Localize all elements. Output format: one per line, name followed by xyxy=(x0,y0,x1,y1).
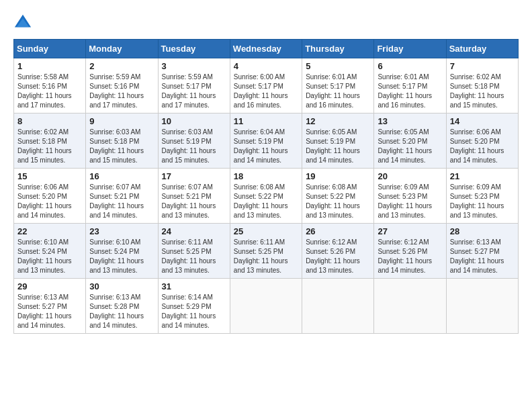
day-number: 29 xyxy=(17,281,82,291)
calendar-day-cell xyxy=(446,279,518,334)
day-number: 22 xyxy=(17,226,82,236)
calendar-day-cell: 28Sunrise: 6:13 AMSunset: 5:27 PMDayligh… xyxy=(446,224,518,279)
day-info: Sunrise: 6:13 AMSunset: 5:28 PMDaylight:… xyxy=(89,293,154,330)
calendar-day-cell: 27Sunrise: 6:12 AMSunset: 5:26 PMDayligh… xyxy=(374,224,446,279)
calendar-day-cell: 14Sunrise: 6:06 AMSunset: 5:20 PMDayligh… xyxy=(446,113,518,169)
day-info: Sunrise: 6:03 AMSunset: 5:19 PMDaylight:… xyxy=(162,128,226,165)
calendar-day-cell: 12Sunrise: 6:05 AMSunset: 5:19 PMDayligh… xyxy=(302,113,374,169)
day-info: Sunrise: 6:03 AMSunset: 5:18 PMDaylight:… xyxy=(89,128,154,165)
calendar-day-cell: 21Sunrise: 6:09 AMSunset: 5:23 PMDayligh… xyxy=(446,169,518,224)
day-number: 18 xyxy=(234,171,298,181)
day-number: 4 xyxy=(234,61,298,71)
day-info: Sunrise: 6:02 AMSunset: 5:18 PMDaylight:… xyxy=(17,128,82,165)
day-info: Sunrise: 6:06 AMSunset: 5:20 PMDaylight:… xyxy=(17,183,82,220)
day-info: Sunrise: 6:10 AMSunset: 5:24 PMDaylight:… xyxy=(17,238,82,275)
calendar-day-cell: 20Sunrise: 6:09 AMSunset: 5:23 PMDayligh… xyxy=(374,169,446,224)
calendar-day-cell: 13Sunrise: 6:05 AMSunset: 5:20 PMDayligh… xyxy=(374,113,446,169)
day-info: Sunrise: 6:01 AMSunset: 5:17 PMDaylight:… xyxy=(306,73,370,110)
day-of-week-header: Monday xyxy=(86,40,158,58)
day-info: Sunrise: 5:58 AMSunset: 5:16 PMDaylight:… xyxy=(17,73,82,110)
day-number: 17 xyxy=(162,171,226,181)
day-number: 3 xyxy=(162,61,226,71)
calendar-week-row: 29Sunrise: 6:13 AMSunset: 5:27 PMDayligh… xyxy=(14,279,519,334)
day-number: 2 xyxy=(89,61,154,71)
day-info: Sunrise: 6:07 AMSunset: 5:21 PMDaylight:… xyxy=(162,183,226,220)
day-number: 20 xyxy=(378,171,442,181)
day-info: Sunrise: 6:04 AMSunset: 5:19 PMDaylight:… xyxy=(234,128,298,165)
calendar-day-cell xyxy=(230,279,302,334)
day-number: 5 xyxy=(306,61,370,71)
day-info: Sunrise: 6:13 AMSunset: 5:27 PMDaylight:… xyxy=(450,238,515,275)
day-info: Sunrise: 6:05 AMSunset: 5:19 PMDaylight:… xyxy=(306,128,370,165)
logo-icon xyxy=(13,13,32,32)
day-info: Sunrise: 6:09 AMSunset: 5:23 PMDaylight:… xyxy=(450,183,515,220)
calendar-week-row: 8Sunrise: 6:02 AMSunset: 5:18 PMDaylight… xyxy=(14,113,519,169)
day-info: Sunrise: 6:11 AMSunset: 5:25 PMDaylight:… xyxy=(162,238,226,275)
day-number: 7 xyxy=(450,61,515,71)
calendar-day-cell: 2Sunrise: 5:59 AMSunset: 5:16 PMDaylight… xyxy=(86,58,158,113)
day-number: 12 xyxy=(306,116,370,126)
day-number: 28 xyxy=(450,226,515,236)
day-info: Sunrise: 6:14 AMSunset: 5:29 PMDaylight:… xyxy=(162,293,226,330)
calendar-day-cell: 17Sunrise: 6:07 AMSunset: 5:21 PMDayligh… xyxy=(158,169,230,224)
calendar-day-cell: 25Sunrise: 6:11 AMSunset: 5:25 PMDayligh… xyxy=(230,224,302,279)
day-number: 14 xyxy=(450,116,515,126)
page-header xyxy=(13,13,519,32)
day-info: Sunrise: 6:07 AMSunset: 5:21 PMDaylight:… xyxy=(89,183,154,220)
calendar-day-cell: 31Sunrise: 6:14 AMSunset: 5:29 PMDayligh… xyxy=(158,279,230,334)
calendar-day-cell xyxy=(374,279,446,334)
day-info: Sunrise: 6:05 AMSunset: 5:20 PMDaylight:… xyxy=(378,128,442,165)
day-info: Sunrise: 6:11 AMSunset: 5:25 PMDaylight:… xyxy=(234,238,298,275)
calendar-day-cell: 10Sunrise: 6:03 AMSunset: 5:19 PMDayligh… xyxy=(158,113,230,169)
day-info: Sunrise: 6:02 AMSunset: 5:18 PMDaylight:… xyxy=(450,73,515,110)
day-number: 9 xyxy=(89,116,154,126)
day-number: 6 xyxy=(378,61,442,71)
day-info: Sunrise: 6:08 AMSunset: 5:22 PMDaylight:… xyxy=(306,183,370,220)
calendar-day-cell: 30Sunrise: 6:13 AMSunset: 5:28 PMDayligh… xyxy=(86,279,158,334)
day-number: 30 xyxy=(89,281,154,291)
day-info: Sunrise: 6:09 AMSunset: 5:23 PMDaylight:… xyxy=(378,183,442,220)
calendar-day-cell: 5Sunrise: 6:01 AMSunset: 5:17 PMDaylight… xyxy=(302,58,374,113)
day-info: Sunrise: 6:12 AMSunset: 5:26 PMDaylight:… xyxy=(306,238,370,275)
day-number: 1 xyxy=(17,61,82,71)
day-number: 10 xyxy=(162,116,226,126)
calendar-day-cell: 22Sunrise: 6:10 AMSunset: 5:24 PMDayligh… xyxy=(14,224,86,279)
day-of-week-header: Friday xyxy=(374,40,446,58)
day-number: 16 xyxy=(89,171,154,181)
calendar-day-cell: 11Sunrise: 6:04 AMSunset: 5:19 PMDayligh… xyxy=(230,113,302,169)
calendar-day-cell: 24Sunrise: 6:11 AMSunset: 5:25 PMDayligh… xyxy=(158,224,230,279)
calendar-day-cell: 16Sunrise: 6:07 AMSunset: 5:21 PMDayligh… xyxy=(86,169,158,224)
day-number: 15 xyxy=(17,171,82,181)
day-number: 19 xyxy=(306,171,370,181)
day-number: 23 xyxy=(89,226,154,236)
day-info: Sunrise: 6:06 AMSunset: 5:20 PMDaylight:… xyxy=(450,128,515,165)
day-of-week-header: Sunday xyxy=(14,40,86,58)
calendar-day-cell: 26Sunrise: 6:12 AMSunset: 5:26 PMDayligh… xyxy=(302,224,374,279)
day-info: Sunrise: 6:00 AMSunset: 5:17 PMDaylight:… xyxy=(234,73,298,110)
calendar-day-cell: 23Sunrise: 6:10 AMSunset: 5:24 PMDayligh… xyxy=(86,224,158,279)
day-of-week-header: Saturday xyxy=(446,40,518,58)
day-info: Sunrise: 6:10 AMSunset: 5:24 PMDaylight:… xyxy=(89,238,154,275)
calendar-day-cell: 6Sunrise: 6:01 AMSunset: 5:17 PMDaylight… xyxy=(374,58,446,113)
calendar-day-cell: 8Sunrise: 6:02 AMSunset: 5:18 PMDaylight… xyxy=(14,113,86,169)
calendar-table: SundayMondayTuesdayWednesdayThursdayFrid… xyxy=(13,39,519,334)
calendar-week-row: 15Sunrise: 6:06 AMSunset: 5:20 PMDayligh… xyxy=(14,169,519,224)
calendar-day-cell: 19Sunrise: 6:08 AMSunset: 5:22 PMDayligh… xyxy=(302,169,374,224)
calendar-day-cell: 15Sunrise: 6:06 AMSunset: 5:20 PMDayligh… xyxy=(14,169,86,224)
day-number: 13 xyxy=(378,116,442,126)
day-number: 21 xyxy=(450,171,515,181)
calendar-day-cell: 29Sunrise: 6:13 AMSunset: 5:27 PMDayligh… xyxy=(14,279,86,334)
day-info: Sunrise: 6:12 AMSunset: 5:26 PMDaylight:… xyxy=(378,238,442,275)
day-number: 31 xyxy=(162,281,226,291)
calendar-header-row: SundayMondayTuesdayWednesdayThursdayFrid… xyxy=(14,40,519,58)
day-info: Sunrise: 6:08 AMSunset: 5:22 PMDaylight:… xyxy=(234,183,298,220)
calendar-day-cell: 3Sunrise: 5:59 AMSunset: 5:17 PMDaylight… xyxy=(158,58,230,113)
calendar-week-row: 1Sunrise: 5:58 AMSunset: 5:16 PMDaylight… xyxy=(14,58,519,113)
day-info: Sunrise: 6:01 AMSunset: 5:17 PMDaylight:… xyxy=(378,73,442,110)
calendar-day-cell: 4Sunrise: 6:00 AMSunset: 5:17 PMDaylight… xyxy=(230,58,302,113)
day-number: 8 xyxy=(17,116,82,126)
day-of-week-header: Tuesday xyxy=(158,40,230,58)
day-number: 27 xyxy=(378,226,442,236)
logo xyxy=(13,13,35,32)
calendar-day-cell: 9Sunrise: 6:03 AMSunset: 5:18 PMDaylight… xyxy=(86,113,158,169)
